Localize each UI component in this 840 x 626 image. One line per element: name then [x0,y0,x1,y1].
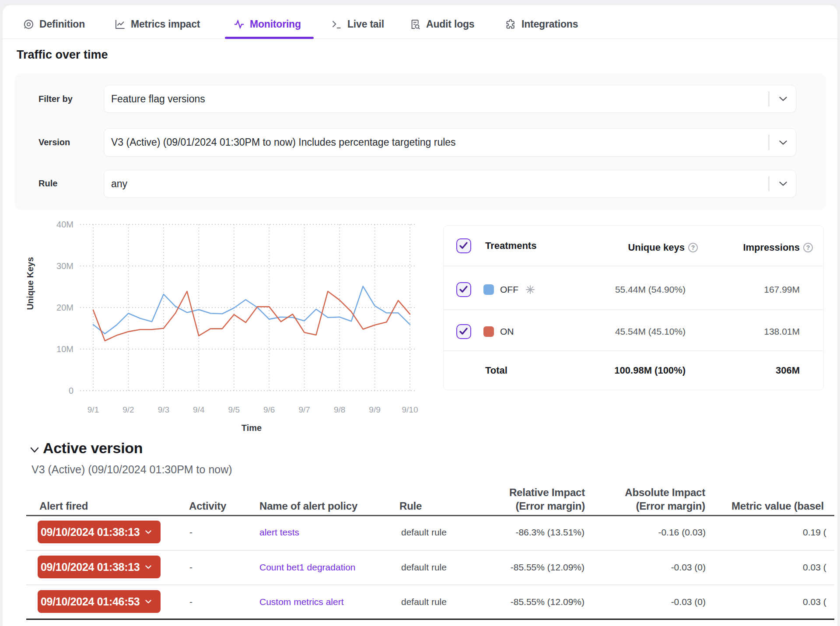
svg-text:9/1: 9/1 [88,405,99,414]
impressions-col-header: Impressions ? [706,241,813,254]
table-bottom-border [26,619,834,620]
tab-metrics-impact-label: Metrics impact [131,18,200,30]
col-activity: Activity [189,499,226,513]
rule-select[interactable]: any [104,170,796,198]
unique-keys-col-header: Unique keys ? [570,241,698,254]
tab-audit-logs-label: Audit logs [426,18,474,30]
alert-relative-impact: -85.55% (12.09%) [481,595,584,609]
alert-fired-badge[interactable]: 09/10/2024 01:38:13 [38,556,161,578]
svg-text:9/6: 9/6 [263,405,275,414]
alert-fired-badge[interactable]: 09/10/2024 01:46:53 [38,590,161,613]
treatment-on-unique-keys: 45.54M (45.10%) [575,325,686,338]
filter-by-select[interactable]: Feature flag versions [104,85,796,113]
svg-text:20M: 20M [56,303,74,312]
traffic-chart: 010M20M30M40M9/19/29/39/49/59/69/79/89/9… [18,219,438,437]
svg-text:9/3: 9/3 [158,405,169,414]
treatment-off-unique-keys: 55.44M (54.90%) [575,283,686,296]
alert-fired-badge[interactable]: 09/10/2024 01:38:13 [38,521,161,543]
tab-integrations-label: Integrations [522,18,578,30]
alert-policy-link[interactable]: Custom metrics alert [259,595,344,609]
svg-text:30M: 30M [56,261,74,271]
tab-definition[interactable]: Definition [23,13,85,35]
col-metric-value: Metric value (basel [732,499,824,513]
treatments-table: Treatments Unique keys ? Impressions ? O… [443,225,824,390]
svg-text:9/9: 9/9 [369,405,380,414]
collapse-chevron-icon[interactable] [30,447,39,453]
version-separator [769,135,769,150]
col-absolute-impact: Absolute Impact (Error margin) [596,486,705,513]
alert-policy-link[interactable]: alert tests [259,526,299,539]
svg-text:9/8: 9/8 [334,405,345,414]
treatment-off-color-chip [483,284,494,295]
header-underline [26,515,834,516]
chevron-down-icon [779,97,787,101]
svg-text:10M: 10M [56,344,74,354]
svg-text:40M: 40M [56,220,74,229]
svg-text:9/5: 9/5 [228,405,240,414]
alert-relative-impact: -86.3% (13.51%) [481,526,584,539]
alert-metric-value: 0.19 ( [803,526,826,539]
version-select[interactable]: V3 (Active) (09/01/2024 01:30PM to now) … [104,128,796,157]
active-version-title: Active version [43,438,143,458]
svg-text:9/10: 9/10 [402,405,418,414]
treatment-off-impressions: 167.99M [706,283,800,296]
row-divider [26,584,834,585]
svg-text:Time: Time [242,423,262,433]
total-unique-keys: 100.98M (100%) [575,364,686,377]
chevron-down-icon [145,530,151,534]
alert-activity: - [189,526,192,539]
chevron-down-icon [779,182,787,186]
divider [444,350,823,351]
treatment-on-color-chip [483,326,494,337]
alert-rule: default rule [401,526,447,539]
total-impressions: 306M [706,364,800,377]
treatment-off-label: OFF [500,283,518,296]
treatment-on-checkbox[interactable] [456,324,471,339]
active-version-subtitle: V3 (Active) (09/10/2024 01:30PM to now) [32,463,232,476]
alert-metric-value: 0.03 ( [803,595,826,609]
tab-live-tail-label: Live tail [347,18,384,30]
active-tab-underline [225,37,314,39]
definition-icon [23,18,35,30]
help-icon[interactable]: ? [688,243,698,252]
svg-text:Unique Keys: Unique Keys [25,257,35,310]
tab-metrics-impact[interactable]: Metrics impact [114,13,200,35]
rule-value: any [111,170,127,197]
metrics-impact-icon [114,18,126,30]
alert-policy-link[interactable]: Count bet1 degradation [259,561,356,574]
col-alert-fired: Alert fired [39,499,88,513]
row-divider [26,550,834,551]
audit-logs-icon [410,18,421,30]
svg-text:9/2: 9/2 [122,405,134,414]
alert-activity: - [189,561,192,574]
filter-by-separator [769,91,769,106]
treatments-select-all-checkbox[interactable] [456,238,471,253]
chevron-down-icon [779,140,787,145]
alert-rule: default rule [401,561,447,574]
tab-monitoring[interactable]: Monitoring [233,13,301,35]
col-relative-impact: Relative Impact (Error margin) [478,486,585,513]
tab-audit-logs[interactable]: Audit logs [410,13,474,35]
monitoring-icon [233,18,245,30]
tabbar-divider [3,38,837,39]
tab-live-tail[interactable]: Live tail [331,13,384,35]
filter-by-label: Filter by [38,93,73,105]
live-tail-icon [331,18,343,30]
treatment-off-checkbox[interactable] [456,282,471,297]
svg-text:9/7: 9/7 [298,405,310,414]
alert-rule: default rule [401,595,447,609]
col-rule: Rule [399,499,422,513]
alert-absolute-impact: -0.03 (0) [612,561,706,574]
default-treatment-icon [525,285,535,294]
integrations-icon [505,18,517,30]
svg-text:9/4: 9/4 [193,405,205,414]
treatment-on-impressions: 138.01M [706,325,800,338]
tab-integrations[interactable]: Integrations [505,13,578,35]
divider [444,266,823,266]
page: Definition Metrics impact Monitoring Liv… [0,0,840,626]
help-icon[interactable]: ? [803,243,813,252]
alert-absolute-impact: -0.03 (0) [612,595,706,609]
divider [444,309,823,310]
version-value: V3 (Active) (09/01/2024 01:30PM to now) … [111,129,456,156]
chevron-down-icon [145,600,151,604]
